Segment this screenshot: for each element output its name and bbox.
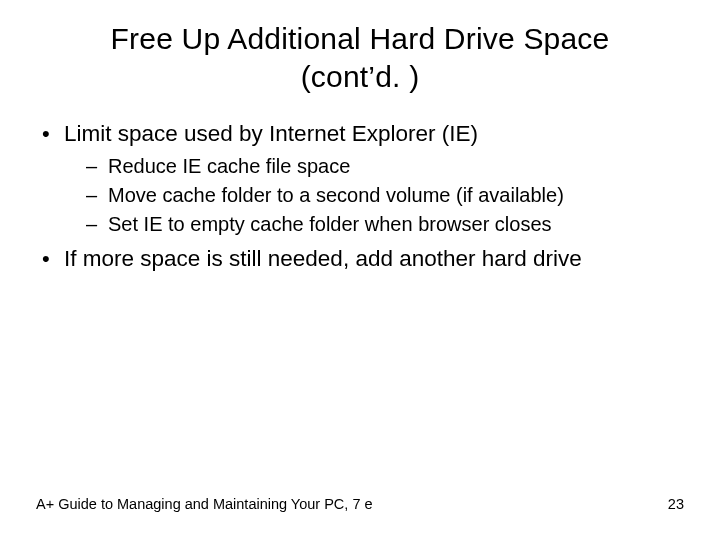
slide-title: Free Up Additional Hard Drive Space (con… [0, 0, 720, 95]
slide: Free Up Additional Hard Drive Space (con… [0, 0, 720, 540]
sub-bullet-item: Reduce IE cache file space [64, 153, 684, 180]
bullet-list: Limit space used by Internet Explorer (I… [36, 119, 684, 275]
bullet-text: Limit space used by Internet Explorer (I… [64, 121, 478, 146]
title-line-1: Free Up Additional Hard Drive Space [111, 22, 610, 55]
title-line-2: (cont’d. ) [301, 60, 420, 93]
page-number: 23 [668, 496, 684, 512]
footer-left: A+ Guide to Managing and Maintaining You… [36, 496, 373, 512]
sub-bullet-item: Set IE to empty cache folder when browse… [64, 211, 684, 238]
bullet-item: Limit space used by Internet Explorer (I… [36, 119, 684, 238]
sub-bullet-item: Move cache folder to a second volume (if… [64, 182, 684, 209]
slide-content: Limit space used by Internet Explorer (I… [0, 95, 720, 275]
sub-bullet-text: Move cache folder to a second volume (if… [108, 184, 564, 206]
bullet-text: If more space is still needed, add anoth… [64, 246, 582, 271]
sub-bullet-list: Reduce IE cache file space Move cache fo… [64, 153, 684, 238]
bullet-item: If more space is still needed, add anoth… [36, 244, 684, 274]
sub-bullet-text: Reduce IE cache file space [108, 155, 350, 177]
sub-bullet-text: Set IE to empty cache folder when browse… [108, 213, 552, 235]
